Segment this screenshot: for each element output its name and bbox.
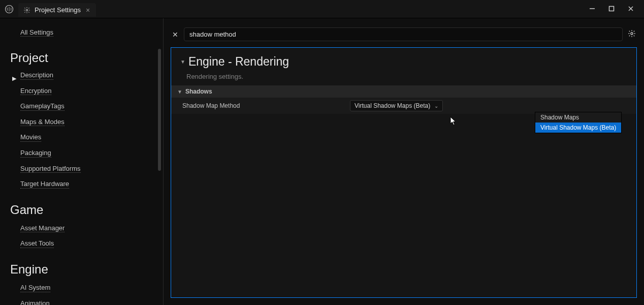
shadow-map-method-dropdown[interactable]: Virtual Shadow Maps (Beta) ⌄ (350, 100, 443, 111)
sidebar-item-supported-platforms[interactable]: Supported Platforms (20, 165, 81, 173)
group-header-shadows[interactable]: ▼ Shadows (171, 85, 636, 98)
section-title-engine: Engine (10, 262, 153, 277)
group-label: Shadows (185, 88, 212, 95)
search-input[interactable] (184, 27, 623, 41)
close-button[interactable] (626, 5, 636, 13)
maximize-button[interactable] (606, 5, 617, 13)
sidebar-item-asset-manager[interactable]: Asset Manager (20, 224, 65, 233)
scrollbar[interactable] (158, 49, 161, 171)
settings-panel: ▼ Engine - Rendering Rendering settings.… (171, 47, 637, 298)
svg-point-1 (26, 9, 28, 11)
property-label: Shadow Map Method (177, 102, 350, 109)
chevron-down-icon[interactable]: ▼ (180, 59, 185, 65)
gear-icon[interactable] (627, 29, 637, 40)
sidebar-item-encryption[interactable]: Encryption (20, 87, 51, 96)
sidebar-item-animation[interactable]: Animation (20, 299, 50, 305)
sidebar-item-maps-modes[interactable]: Maps & Modes (20, 118, 65, 127)
tab-project-settings[interactable]: Project Settings × (18, 3, 96, 17)
ue-logo-icon (4, 4, 14, 14)
chevron-down-icon: ⌄ (434, 103, 438, 109)
sidebar-item-ai-system[interactable]: AI System (20, 284, 50, 292)
dropdown-value: Virtual Shadow Maps (Beta) (355, 102, 430, 109)
close-icon[interactable]: × (85, 7, 91, 14)
sidebar-item-packaging[interactable]: Packaging (20, 149, 51, 158)
section-title-project: Project (10, 51, 153, 65)
property-row-shadow-map-method: Shadow Map Method Virtual Shadow Maps (B… (171, 98, 636, 114)
sidebar-item-all-settings[interactable]: All Settings (20, 28, 53, 37)
window-controls (587, 5, 640, 13)
panel-subtitle: Rendering settings. (171, 73, 636, 85)
dropdown-option-shadow-maps[interactable]: Shadow Maps (535, 112, 621, 123)
chevron-down-icon: ▼ (177, 89, 182, 95)
sidebar-item-movies[interactable]: Movies (20, 133, 41, 142)
dropdown-option-virtual-shadow-maps[interactable]: Virtual Shadow Maps (Beta) (535, 123, 621, 133)
sidebar: All Settings Project ▶Description Encryp… (0, 18, 164, 305)
titlebar: Project Settings × (0, 0, 644, 18)
tab-title: Project Settings (35, 6, 81, 14)
sidebar-item-asset-tools[interactable]: Asset Tools (20, 239, 54, 248)
sidebar-item-target-hardware[interactable]: Target Hardware (20, 180, 69, 189)
minimize-button[interactable] (587, 5, 597, 13)
svg-rect-3 (609, 6, 614, 11)
settings-gear-icon (23, 7, 30, 14)
panel-title: Engine - Rendering (188, 55, 289, 69)
section-title-game: Game (10, 203, 153, 217)
sidebar-item-description[interactable]: Description (20, 71, 53, 80)
chevron-right-icon: ▶ (12, 75, 19, 82)
content-area: ✕ ▼ Engine - Rendering Rendering setting… (164, 18, 644, 305)
sidebar-item-gameplaytags[interactable]: GameplayTags (20, 102, 65, 111)
clear-search-icon[interactable]: ✕ (171, 30, 180, 39)
svg-point-6 (631, 33, 633, 35)
dropdown-menu: Shadow Maps Virtual Shadow Maps (Beta) (535, 112, 622, 133)
